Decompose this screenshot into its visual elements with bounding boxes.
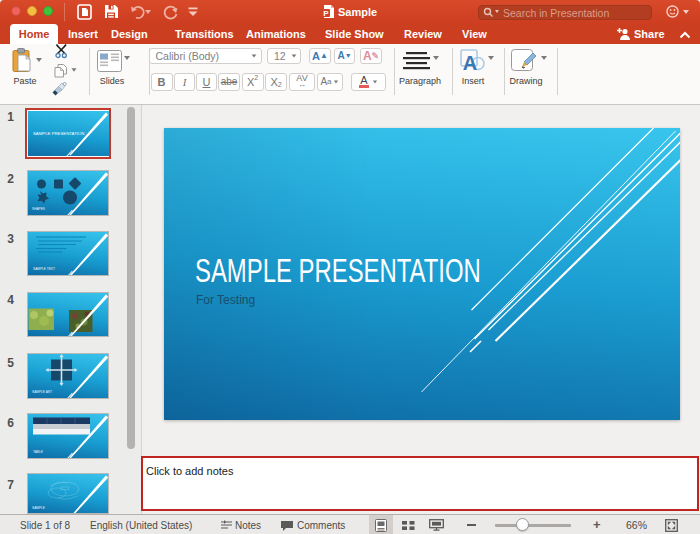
- svg-text:P: P: [323, 9, 329, 18]
- svg-text:SAMPLE: SAMPLE: [32, 506, 45, 510]
- svg-text:SAMPLE TEXT: SAMPLE TEXT: [33, 267, 55, 271]
- svg-text:SHAPES: SHAPES: [32, 207, 45, 211]
- svg-text:SAMPLE PRESENTATION: SAMPLE PRESENTATION: [33, 131, 84, 136]
- svg-text:TABLE: TABLE: [33, 450, 43, 454]
- svg-text:SAMPLE ART: SAMPLE ART: [32, 390, 52, 394]
- svg-text:A: A: [463, 52, 477, 74]
